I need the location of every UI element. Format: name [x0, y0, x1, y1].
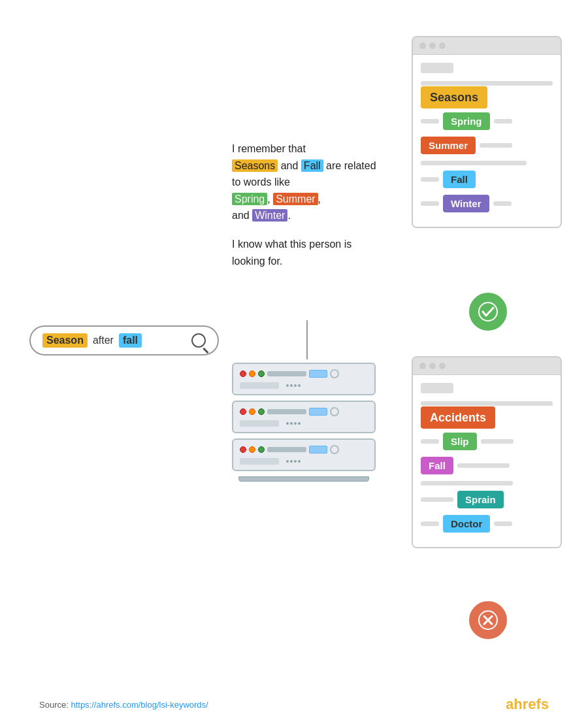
tag-summer: Summer [421, 137, 476, 154]
browser-row-slip: Slip [421, 433, 553, 450]
dot2 [429, 42, 436, 49]
ahrefs-logo: ahrefs [506, 696, 549, 713]
dot5 [429, 363, 436, 369]
server-bar-2 [267, 409, 306, 414]
browser-row-doctor: Doctor [421, 515, 553, 533]
row-line-right-fall-b [457, 463, 510, 468]
browser-content-top: Seasons Spring Summer Fall Winter [413, 55, 561, 227]
server-rack-1 [232, 363, 376, 395]
server-circle-1 [330, 369, 339, 378]
server-btn-1 [309, 370, 327, 378]
dot4 [419, 363, 426, 369]
row-line-right-winter [493, 201, 512, 206]
connector-line [306, 320, 308, 359]
server-top-row-3 [240, 445, 368, 454]
tag-winter: Winter [443, 195, 489, 212]
browser-row-winter: Winter [421, 195, 553, 212]
server-slot-2 [240, 420, 279, 427]
x-icon [478, 610, 498, 631]
led-red-3 [240, 446, 246, 453]
led-red-2 [240, 408, 246, 415]
check-icon [478, 301, 498, 322]
highlight-seasons: Seasons [232, 159, 278, 172]
text-line1: I remember that [232, 143, 306, 154]
browser-top-bar [413, 37, 561, 55]
highlight-fall: Fall [301, 159, 323, 172]
search-term-fall: fall [119, 333, 142, 348]
content-line-b2 [421, 481, 513, 486]
browser-row-fall-b: Fall [421, 457, 553, 474]
browser-row-sprain: Sprain [421, 491, 553, 508]
search-term-season: Season [42, 333, 88, 348]
server-bottom-row-2 [240, 420, 368, 427]
led-orange-1 [249, 371, 255, 377]
top-browser-window: Seasons Spring Summer Fall Winter [412, 36, 562, 228]
row-line-left [421, 119, 439, 124]
search-after-text: after [93, 335, 114, 346]
server-rack-2 [232, 401, 376, 433]
source-label: Source: [39, 700, 69, 710]
tag-doctor: Doctor [443, 515, 490, 533]
server-bottom-row-1 [240, 382, 368, 389]
svg-point-0 [479, 303, 497, 321]
server-bar-1 [267, 371, 306, 376]
server-top-row-2 [240, 407, 368, 416]
led-green-2 [258, 408, 265, 415]
bottom-browser-window: Accidents Slip Fall Sprain Doctor [412, 356, 562, 548]
source-url[interactable]: https://ahrefs.com/blog/lsi-keywords/ [71, 700, 208, 710]
dot6 [439, 363, 446, 369]
footer-source: Source: https://ahrefs.com/blog/lsi-keyw… [39, 700, 208, 710]
led-orange-3 [249, 446, 255, 453]
tag-accidents: Accidents [421, 406, 495, 429]
highlight-summer: Summer [273, 193, 318, 205]
browser-search-bar-bottom [421, 383, 453, 393]
browser-row-spring: Spring [421, 112, 553, 130]
row-line-right-slip [481, 439, 514, 444]
server-top-row-1 [240, 369, 368, 378]
row-line-left-doctor [421, 521, 439, 526]
tag-slip: Slip [443, 433, 477, 450]
row-line-right [494, 119, 512, 124]
search-icon[interactable] [191, 333, 206, 348]
dot3 [439, 42, 446, 49]
tag-fall-purple: Fall [421, 457, 453, 474]
server-dots-1 [286, 384, 301, 387]
browser-content-bottom: Accidents Slip Fall Sprain Doctor [413, 375, 561, 547]
server-bar-3 [267, 447, 306, 452]
check-circle [469, 293, 507, 331]
browser-bottom-top-bar [413, 357, 561, 375]
tag-fall: Fall [443, 171, 476, 188]
dot1 [419, 42, 426, 49]
row-line-right-summer [480, 143, 512, 148]
row-line-left-sprain [421, 497, 453, 502]
server-btn-3 [309, 446, 327, 454]
led-red-1 [240, 371, 246, 377]
server-dots-2 [286, 422, 301, 425]
browser-row-summer: Summer [421, 137, 553, 154]
highlight-winter: Winter [252, 209, 287, 222]
server-dots-3 [286, 460, 301, 463]
highlight-spring: Spring [232, 193, 267, 205]
server-circle-2 [330, 407, 339, 416]
content-line-b1 [421, 401, 553, 406]
server-btn-2 [309, 408, 327, 416]
led-green-3 [258, 446, 265, 453]
explanation-text: I remember that Seasons and Fall are rel… [232, 140, 382, 281]
server-illustration [225, 363, 382, 482]
server-slot-1 [240, 382, 279, 389]
led-orange-2 [249, 408, 255, 415]
server-base [238, 476, 369, 482]
search-box[interactable]: Season after fall [29, 325, 219, 355]
led-green-1 [258, 371, 265, 377]
tag-seasons: Seasons [421, 86, 487, 108]
footer: Source: https://ahrefs.com/blog/lsi-keyw… [39, 696, 549, 713]
row-line-left-slip [421, 439, 439, 444]
browser-row-fall: Fall [421, 171, 553, 188]
server-slot-3 [240, 458, 279, 465]
server-rack-3 [232, 438, 376, 471]
server-bottom-row-3 [240, 458, 368, 465]
browser-search-bar [421, 63, 453, 73]
tag-spring: Spring [443, 112, 490, 130]
conclusion-text: I know what this person is looking for. [232, 236, 382, 269]
row-line-left-winter [421, 201, 439, 206]
